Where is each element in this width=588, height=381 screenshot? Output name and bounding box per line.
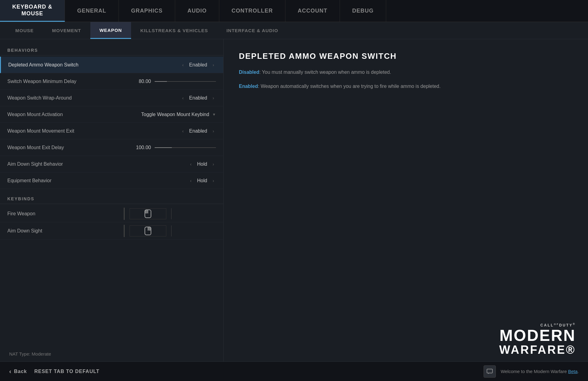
subtab-mouse[interactable]: MOUSE [6,22,43,39]
arrow-left-mount-movement[interactable]: ‹ [180,128,186,134]
keybind-slot-ads-2[interactable] [176,225,213,236]
keybind-slots-ads [124,225,216,237]
arrow-left-wrap[interactable]: ‹ [180,95,186,101]
subtab-weapon[interactable]: WEAPON [90,22,131,39]
reset-tab-button[interactable]: Reset tab to Default [34,369,100,374]
setting-value-weapon-wrap: ‹ Enabled › [180,95,216,101]
info-panel: DEPLETED AMMO WEAPON SWITCH Disabled: Yo… [224,39,588,361]
keybind-slot-ads-1[interactable] [130,225,166,236]
keybind-row-aim-down-sight[interactable]: Aim Down Sight [0,222,223,240]
setting-row-aim-down-sight[interactable]: Aim Down Sight Behavior ‹ Hold › [0,156,223,172]
behaviors-section-header: BEHAVIORS [0,45,223,55]
keybind-slot-fire-2[interactable] [176,208,213,219]
keybind-slot-fire-1[interactable] [130,208,166,219]
keybinds-section-header: KEYBINDS [0,194,223,204]
sub-navigation: MOUSE MOVEMENT WEAPON KILLSTREAKS & VEHI… [0,22,588,39]
info-panel-title: DEPLETED AMMO WEAPON SWITCH [239,51,573,61]
tab-audio[interactable]: AUDIO [175,0,219,22]
settings-panel: BEHAVIORS Depleted Ammo Weapon Switch ‹ … [0,39,224,361]
bottom-bar: ‹ Back Reset tab to Default Welcome to t… [0,361,588,381]
arrow-right-wrap[interactable]: › [211,95,216,101]
chevron-down-icon: ▼ [212,112,216,117]
chat-icon-button[interactable] [484,365,496,378]
setting-value-mount-activation: Toggle Weapon Mount Keybind ▼ [141,112,216,117]
setting-value-exit-delay: 100.00 [136,145,216,150]
setting-row-weapon-mount-activation[interactable]: Weapon Mount Activation Toggle Weapon Mo… [0,106,223,123]
setting-value-depleted-ammo: ‹ Enabled › [180,62,216,68]
subtab-killstreaks[interactable]: KILLSTREAKS & VEHICLES [131,22,217,39]
tab-controller[interactable]: CONTROLLER [219,0,285,22]
svg-marker-7 [488,373,489,374]
keybind-divider [171,208,172,219]
svg-rect-6 [487,369,492,373]
subtab-interface[interactable]: INTERFACE & AUDIO [217,22,287,39]
setting-row-switch-weapon-delay[interactable]: Switch Weapon Minimum Delay 80.00 [0,73,223,90]
tab-debug[interactable]: DEBUG [340,0,386,22]
arrow-left-equipment[interactable]: ‹ [188,178,194,184]
arrow-right-ads[interactable]: › [211,161,216,167]
setting-value-switch-delay: 80.00 [139,79,216,84]
mouse-left-icon [145,209,151,218]
top-navigation: KEYBOARD & MOUSE GENERAL GRAPHICS AUDIO … [0,0,588,22]
nat-type-label: NAT Type: Moderate [9,351,51,356]
mouse-right-icon [145,227,151,235]
setting-value-aim-down-sight: ‹ Hold › [188,161,216,167]
arrow-right-mount-movement[interactable]: › [211,128,216,134]
setting-row-equipment-behavior[interactable]: Equipment Behavior ‹ Hold › [0,172,223,189]
setting-row-weapon-switch-wrap[interactable]: Weapon Switch Wrap-Around ‹ Enabled › [0,90,223,106]
keybind-slots-fire [124,208,216,220]
arrow-right-depleted[interactable]: › [211,62,216,68]
arrow-left-depleted[interactable]: ‹ [180,62,186,68]
svg-rect-2 [145,210,148,213]
main-content: BEHAVIORS Depleted Ammo Weapon Switch ‹ … [0,39,588,361]
setting-row-depleted-ammo[interactable]: Depleted Ammo Weapon Switch ‹ Enabled › [0,57,223,73]
bottom-left-actions: ‹ Back Reset tab to Default [9,368,100,375]
beta-link[interactable]: Beta [568,369,578,374]
chat-bubble-icon [487,369,493,374]
cod-logo: CALLofDUTY® MODERN WARFARE® [499,323,576,356]
tab-keyboard-mouse[interactable]: KEYBOARD & MOUSE [0,0,65,22]
slider-exit-delay[interactable] [155,147,216,148]
setting-value-mount-movement: ‹ Enabled › [180,128,216,134]
back-button[interactable]: ‹ Back [9,368,27,375]
welcome-message: Welcome to the Modern Warfare Beta. [501,369,579,374]
svg-rect-5 [148,227,151,231]
tab-graphics[interactable]: GRAPHICS [119,0,175,22]
keybind-row-fire-weapon[interactable]: Fire Weapon [0,205,223,222]
slider-switch-delay[interactable] [155,81,216,82]
arrow-left-ads[interactable]: ‹ [188,161,194,167]
tab-account[interactable]: ACCOUNT [285,0,340,22]
keybind-divider-ads [171,225,172,236]
setting-row-weapon-mount-exit-delay[interactable]: Weapon Mount Exit Delay 100.00 [0,139,223,156]
info-text-disabled: Disabled: You must manually switch weapo… [239,68,573,76]
bottom-right-actions: Welcome to the Modern Warfare Beta. [484,365,579,378]
info-text-enabled: Enabled: Weapon automatically switches w… [239,82,573,90]
subtab-movement[interactable]: MOVEMENT [43,22,90,39]
setting-value-equipment: ‹ Hold › [188,178,216,184]
arrow-right-equipment[interactable]: › [211,178,216,184]
tab-general[interactable]: GENERAL [65,0,119,22]
setting-row-weapon-mount-movement[interactable]: Weapon Mount Movement Exit ‹ Enabled › [0,123,223,139]
back-arrow-icon: ‹ [9,368,12,375]
